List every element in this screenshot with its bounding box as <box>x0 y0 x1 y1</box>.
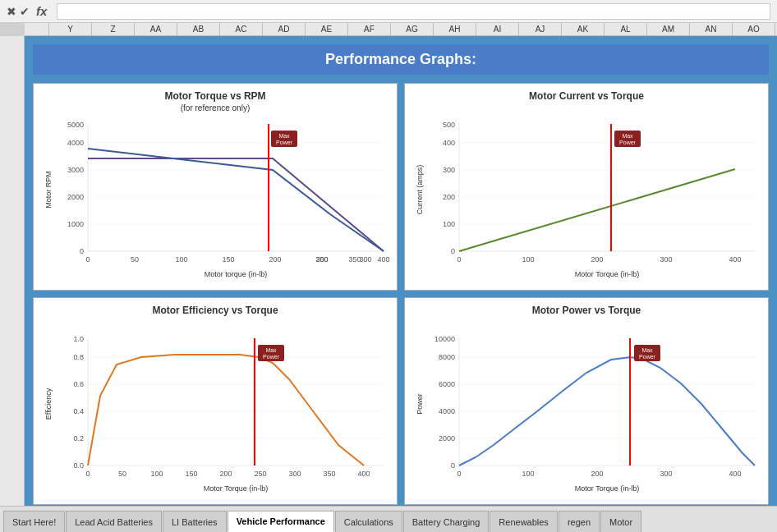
col-ad: AD <box>263 23 306 35</box>
svg-text:Current (amps): Current (amps) <box>416 165 424 215</box>
formula-icon: fx <box>36 4 47 18</box>
chart-title-3: Motor Efficiency vs Torque <box>40 305 390 316</box>
svg-text:200: 200 <box>591 470 603 478</box>
chart-torque-rpm: Motor Torque vs RPM (for reference only)… <box>33 83 398 291</box>
formula-input[interactable] <box>57 3 770 20</box>
svg-text:300: 300 <box>288 470 301 478</box>
toolbar-icons: ✖ ✔ <box>7 5 30 18</box>
tab-lead-acid[interactable]: Lead Acid Batteries <box>66 511 162 532</box>
tab-li-batteries[interactable]: LI Batteries <box>163 511 227 532</box>
svg-text:300: 300 <box>315 255 328 264</box>
svg-text:100: 100 <box>522 255 534 264</box>
svg-text:0: 0 <box>85 255 90 264</box>
col-aj: AJ <box>519 23 562 35</box>
svg-text:150: 150 <box>222 255 234 264</box>
tab-calculations[interactable]: Calculations <box>335 511 402 532</box>
main-area: Performance Graphs: Motor Torque vs RPM … <box>0 36 777 506</box>
svg-text:Power: Power <box>416 393 424 415</box>
svg-text:Motor RPM: Motor RPM <box>44 171 53 209</box>
svg-text:Motor Torque (in-lb): Motor Torque (in-lb) <box>204 484 268 493</box>
col-ai: AI <box>476 23 519 35</box>
chart-svg-2: 0 100 200 300 400 500 0 100 200 300 400 <box>411 116 761 280</box>
chart-power-torque: Motor Power vs Torque 0 2000 4000 6000 8… <box>404 297 769 505</box>
row-headers <box>0 36 25 506</box>
svg-text:300: 300 <box>443 166 455 174</box>
col-ac: AC <box>220 23 263 35</box>
spreadsheet-content: Performance Graphs: Motor Torque vs RPM … <box>25 36 777 506</box>
col-ag: AG <box>391 23 434 35</box>
tab-regen[interactable]: regen <box>559 511 600 532</box>
svg-text:1000: 1000 <box>67 220 84 228</box>
col-ah: AH <box>434 23 476 35</box>
svg-text:500: 500 <box>443 121 455 129</box>
col-af: AF <box>348 23 391 35</box>
svg-text:350: 350 <box>323 470 335 478</box>
col-al: AL <box>605 23 647 35</box>
tab-renewables[interactable]: Renewables <box>490 511 558 532</box>
svg-text:Max: Max <box>278 133 290 139</box>
svg-text:400: 400 <box>729 255 741 264</box>
svg-text:8000: 8000 <box>439 353 455 361</box>
col-am: AM <box>647 23 690 35</box>
tab-start-here[interactable]: Start Here! <box>3 511 65 532</box>
svg-text:Power: Power <box>263 354 280 360</box>
chart-subtitle-2 <box>411 103 761 112</box>
chart-title-1: Motor Torque vs RPM <box>40 90 390 102</box>
toolbar: ✖ ✔ fx <box>0 0 777 23</box>
tab-vehicle-performance[interactable]: Vehicle Performance <box>228 511 334 532</box>
svg-text:0: 0 <box>85 470 90 478</box>
col-ao: AO <box>733 23 775 35</box>
svg-text:Power: Power <box>639 354 656 360</box>
svg-text:50: 50 <box>131 255 139 264</box>
svg-text:Power: Power <box>276 140 293 145</box>
col-an: AN <box>690 23 733 35</box>
svg-text:200: 200 <box>591 255 603 264</box>
col-z: Z <box>92 23 135 35</box>
tab-motor[interactable]: Motor <box>600 511 641 532</box>
svg-text:0: 0 <box>451 247 455 255</box>
svg-text:Max: Max <box>622 133 633 139</box>
svg-text:4000: 4000 <box>439 407 455 415</box>
col-y: Y <box>49 23 92 35</box>
svg-text:0: 0 <box>451 461 455 470</box>
column-headers: Y Z AA AB AC AD AE AF AG AH AI AJ AK AL … <box>25 23 777 36</box>
svg-text:100: 100 <box>150 470 163 478</box>
svg-text:10000: 10000 <box>434 335 455 343</box>
charts-grid: Motor Torque vs RPM (for reference only)… <box>25 83 777 506</box>
svg-text:200: 200 <box>219 470 232 478</box>
svg-text:4000: 4000 <box>67 139 84 147</box>
svg-text:100: 100 <box>522 470 534 478</box>
chart-efficiency-torque: Motor Efficiency vs Torque 0.0 0.2 0.4 0… <box>33 297 398 505</box>
confirm-icon[interactable]: ✔ <box>20 5 30 18</box>
svg-text:300: 300 <box>359 255 371 264</box>
svg-text:0.4: 0.4 <box>73 407 84 415</box>
svg-text:5000: 5000 <box>67 121 84 129</box>
svg-text:3000: 3000 <box>67 166 84 174</box>
svg-text:2000: 2000 <box>439 434 455 443</box>
chart-subtitle-4 <box>411 318 761 327</box>
svg-text:50: 50 <box>118 470 126 478</box>
chart-title-4: Motor Power vs Torque <box>411 305 761 316</box>
chart-title-2: Motor Current vs Torque <box>411 90 761 102</box>
chart-subtitle-1: (for reference only) <box>40 103 390 112</box>
svg-text:2000: 2000 <box>67 193 84 201</box>
chart-subtitle-3 <box>40 318 390 327</box>
chart-svg-1: 0 1000 2000 3000 4000 5000 0 50 100 150 … <box>40 116 390 280</box>
svg-text:0.6: 0.6 <box>73 380 84 388</box>
tab-battery-charging[interactable]: Battery Charging <box>403 511 490 532</box>
svg-text:Power: Power <box>619 140 637 145</box>
page-title: Performance Graphs: <box>33 44 769 75</box>
svg-text:Motor Torque (in-lb): Motor Torque (in-lb) <box>575 484 639 493</box>
svg-text:Max: Max <box>641 347 653 353</box>
undo-icon[interactable]: ✖ <box>7 5 16 18</box>
svg-text:1.0: 1.0 <box>73 335 84 343</box>
svg-text:400: 400 <box>729 470 741 478</box>
svg-text:100: 100 <box>443 220 455 228</box>
svg-text:100: 100 <box>175 255 187 264</box>
svg-text:400: 400 <box>443 139 455 147</box>
svg-text:200: 200 <box>269 255 281 264</box>
svg-text:300: 300 <box>660 255 672 264</box>
svg-text:400: 400 <box>357 470 370 478</box>
svg-text:Motor torque (in-lb): Motor torque (in-lb) <box>205 270 268 278</box>
chart-svg-4: 0 2000 4000 6000 8000 10000 0 100 200 30… <box>411 330 761 494</box>
